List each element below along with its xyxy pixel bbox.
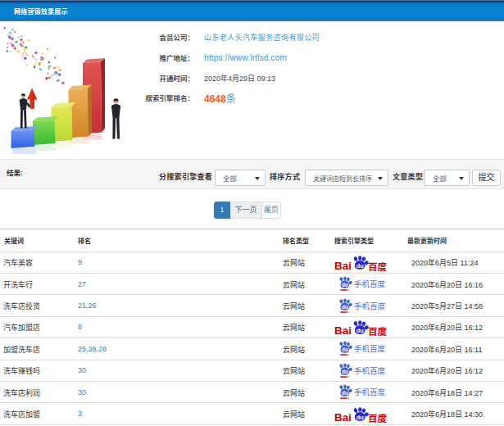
svg-text:百度: 百度 bbox=[368, 324, 387, 337]
svg-text:du: du bbox=[342, 369, 348, 374]
svg-text:Bai: Bai bbox=[334, 324, 352, 337]
svg-text:du: du bbox=[342, 304, 348, 310]
svg-text:du: du bbox=[356, 262, 365, 270]
svg-text:du: du bbox=[356, 327, 365, 334]
svg-text:百度: 百度 bbox=[368, 259, 387, 272]
svg-text:du: du bbox=[356, 414, 365, 421]
svg-text:Bai: Bai bbox=[334, 411, 352, 424]
svg-text:手机百度: 手机百度 bbox=[354, 300, 386, 311]
svg-text:Bai: Bai bbox=[334, 260, 352, 272]
svg-text:du: du bbox=[342, 347, 348, 353]
svg-text:百度: 百度 bbox=[368, 410, 387, 424]
svg-text:du: du bbox=[342, 390, 348, 396]
svg-text:手机百度: 手机百度 bbox=[354, 365, 386, 376]
svg-text:手机百度: 手机百度 bbox=[354, 386, 386, 397]
svg-text:手机百度: 手机百度 bbox=[354, 278, 386, 289]
svg-text:手机百度: 手机百度 bbox=[354, 342, 386, 354]
svg-text:du: du bbox=[342, 282, 348, 288]
